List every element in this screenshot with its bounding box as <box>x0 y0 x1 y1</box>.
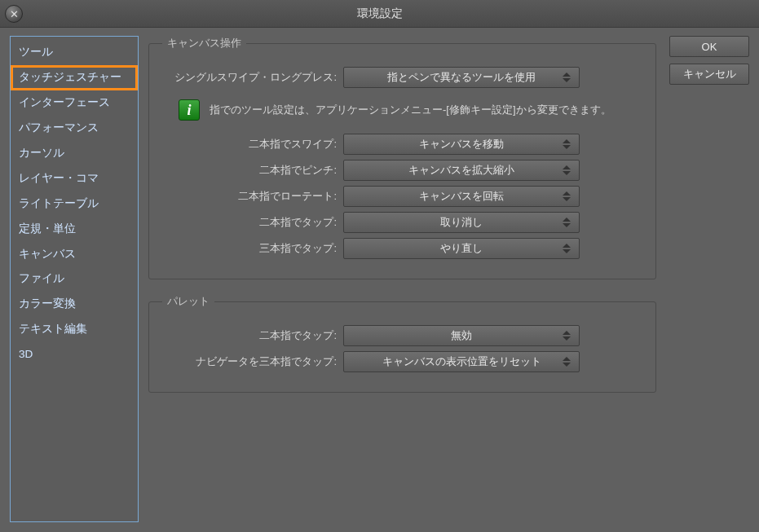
chevron-updown-icon <box>563 213 572 232</box>
label-two-finger-pinch: 二本指でピンチ: <box>162 163 343 178</box>
sidebar-item-label: インターフェース <box>19 96 110 108</box>
sidebar-item-label: ライトテーブル <box>19 197 99 209</box>
sidebar-item-tool[interactable]: ツール <box>11 40 138 65</box>
dropdown-three-finger-tap[interactable]: やり直し <box>343 238 580 259</box>
chevron-updown-icon <box>563 326 572 345</box>
close-icon[interactable]: ✕ <box>5 5 23 23</box>
sidebar-item-touch-gesture[interactable]: タッチジェスチャー <box>11 65 138 90</box>
sidebar-item-color-conversion[interactable]: カラー変換 <box>11 292 138 317</box>
chevron-updown-icon <box>563 134 572 154</box>
label-palette-two-tap: 二本指でタップ: <box>162 328 343 343</box>
sidebar-item-light-table[interactable]: ライトテーブル <box>11 191 138 217</box>
button-label: OK <box>702 41 717 53</box>
label-two-finger-swipe: 二本指でスワイプ: <box>162 137 343 152</box>
dropdown-value: 指とペンで異なるツールを使用 <box>387 70 536 85</box>
sidebar-item-label: カーソル <box>19 147 64 159</box>
sidebar-item-label: パフォーマンス <box>19 121 99 134</box>
info-text: 指でのツール設定は、アプリケーションメニュー-[修飾キー設定]から変更できます。 <box>210 103 611 117</box>
group-legend: パレット <box>162 294 214 309</box>
ok-button[interactable]: OK <box>669 36 749 57</box>
group-canvas-operation: キャンバス操作 シングルスワイプ・ロングプレス: 指とペンで異なるツールを使用 … <box>148 36 656 279</box>
chevron-updown-icon <box>563 239 572 258</box>
group-legend: キャンバス操作 <box>162 36 246 51</box>
sidebar-item-label: テキスト編集 <box>19 323 87 335</box>
chevron-updown-icon <box>563 68 572 87</box>
sidebar-item-interface[interactable]: インターフェース <box>11 90 138 116</box>
window-title: 環境設定 <box>357 7 403 21</box>
label-two-finger-rotate: 二本指でローテート: <box>162 189 343 204</box>
dropdown-navigator-three-tap[interactable]: キャンバスの表示位置をリセット <box>343 351 580 372</box>
sidebar: ツール タッチジェスチャー インターフェース パフォーマンス カーソル レイヤー… <box>10 36 139 522</box>
dropdown-value: キャンバスの表示位置をリセット <box>382 354 541 369</box>
titlebar: ✕ 環境設定 <box>0 0 759 28</box>
sidebar-item-file[interactable]: ファイル <box>11 266 138 292</box>
sidebar-item-label: カラー変換 <box>19 297 76 310</box>
group-palette: パレット 二本指でタップ: 無効 ナビゲータを三本指でタップ: キャンバスの表示… <box>148 294 656 393</box>
dropdown-two-finger-swipe[interactable]: キャンバスを移動 <box>343 134 580 155</box>
info-icon: i <box>179 99 200 121</box>
sidebar-item-ruler-unit[interactable]: 定規・単位 <box>11 217 138 242</box>
dropdown-single-swipe[interactable]: 指とペンで異なるツールを使用 <box>343 67 580 88</box>
sidebar-item-performance[interactable]: パフォーマンス <box>11 116 138 141</box>
dialog-buttons: OK キャンセル <box>669 36 749 85</box>
content: ツール タッチジェスチャー インターフェース パフォーマンス カーソル レイヤー… <box>0 28 759 532</box>
dropdown-value: キャンバスを拡大縮小 <box>408 163 514 178</box>
sidebar-item-label: 3D <box>19 348 33 360</box>
sidebar-item-layer-frame[interactable]: レイヤー・コマ <box>11 166 138 191</box>
sidebar-item-text-edit[interactable]: テキスト編集 <box>11 317 138 342</box>
dropdown-value: キャンバスを回転 <box>419 189 504 204</box>
label-three-finger-tap: 三本指でタップ: <box>162 241 343 256</box>
sidebar-item-label: キャンバス <box>19 248 76 260</box>
dropdown-two-finger-rotate[interactable]: キャンバスを回転 <box>343 186 580 207</box>
dropdown-two-finger-pinch[interactable]: キャンバスを拡大縮小 <box>343 160 580 181</box>
sidebar-item-cursor[interactable]: カーソル <box>11 141 138 166</box>
chevron-updown-icon <box>563 160 572 180</box>
sidebar-item-3d[interactable]: 3D <box>11 342 138 367</box>
sidebar-item-label: レイヤー・コマ <box>19 172 99 184</box>
sidebar-item-label: ツール <box>19 46 53 58</box>
sidebar-item-label: 定規・単位 <box>19 222 76 235</box>
dropdown-palette-two-tap[interactable]: 無効 <box>343 325 580 346</box>
dropdown-value: キャンバスを移動 <box>419 137 504 152</box>
sidebar-item-label: タッチジェスチャー <box>19 71 121 83</box>
chevron-updown-icon <box>563 187 572 206</box>
dropdown-value: 取り消し <box>440 215 483 230</box>
sidebar-item-label: ファイル <box>19 272 64 284</box>
label-navigator-three-tap: ナビゲータを三本指でタップ: <box>162 354 343 369</box>
label-two-finger-tap: 二本指でタップ: <box>162 215 343 230</box>
chevron-updown-icon <box>563 352 572 372</box>
sidebar-item-canvas[interactable]: キャンバス <box>11 242 138 267</box>
cancel-button[interactable]: キャンセル <box>669 64 749 85</box>
dropdown-value: 無効 <box>451 328 472 343</box>
button-label: キャンセル <box>683 67 736 81</box>
dropdown-value: やり直し <box>440 241 483 256</box>
main-panel: OK キャンセル キャンバス操作 シングルスワイプ・ロングプレス: 指とペンで異… <box>148 36 749 522</box>
dropdown-two-finger-tap[interactable]: 取り消し <box>343 212 580 233</box>
label-single-swipe: シングルスワイプ・ロングプレス: <box>162 70 343 85</box>
